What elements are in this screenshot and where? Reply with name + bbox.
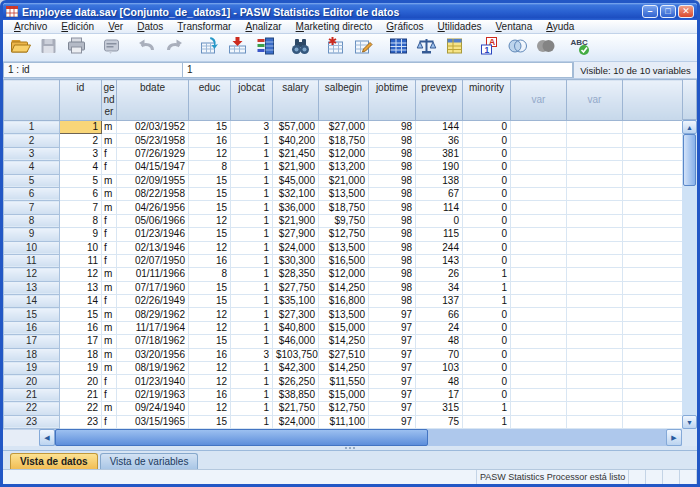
cell[interactable]: m (102, 348, 117, 361)
cell[interactable]: 08/19/1962 (117, 362, 189, 375)
cell[interactable]: 98 (369, 214, 416, 227)
cell[interactable] (511, 161, 567, 174)
maximize-button[interactable]: □ (660, 5, 676, 18)
cell[interactable]: 1 (231, 321, 273, 334)
cell[interactable]: $13,200 (319, 161, 369, 174)
cell[interactable] (567, 134, 623, 147)
cell[interactable]: 98 (369, 295, 416, 308)
cell[interactable]: 12 (189, 321, 231, 334)
cell[interactable]: 1 (463, 295, 511, 308)
cell[interactable]: $32,100 (273, 187, 319, 200)
cell[interactable]: 1 (463, 281, 511, 294)
variables-button[interactable] (251, 35, 279, 61)
cell[interactable]: 98 (369, 268, 416, 281)
cell[interactable]: 15 (60, 308, 102, 321)
cell[interactable]: 0 (463, 201, 511, 214)
cell[interactable]: 1 (231, 147, 273, 160)
cell[interactable] (567, 241, 623, 254)
show-all-variables-button[interactable] (531, 35, 559, 61)
menu-marketing-directo[interactable]: Marketing directo (289, 21, 380, 32)
cell[interactable] (511, 254, 567, 267)
cell[interactable]: $24,000 (273, 241, 319, 254)
cell[interactable] (567, 402, 623, 415)
cell[interactable]: 114 (416, 201, 463, 214)
cell[interactable]: 03/20/1956 (117, 348, 189, 361)
cell[interactable] (511, 335, 567, 348)
cell[interactable] (567, 362, 623, 375)
menu-edici-n[interactable]: Edición (54, 21, 101, 32)
scroll-up-arrow[interactable]: ▲ (682, 120, 697, 134)
row-header-10[interactable]: 10 (4, 241, 60, 254)
cell[interactable] (567, 321, 623, 334)
row-header-19[interactable]: 19 (4, 362, 60, 375)
redo-button[interactable] (160, 35, 188, 61)
cell[interactable]: 75 (416, 415, 463, 428)
cell[interactable]: f (102, 161, 117, 174)
cell[interactable]: 98 (369, 161, 416, 174)
cell[interactable] (567, 295, 623, 308)
row-header-18[interactable]: 18 (4, 348, 60, 361)
find-button[interactable] (286, 35, 314, 61)
cell[interactable]: $27,750 (273, 281, 319, 294)
cell[interactable]: 34 (416, 281, 463, 294)
menu-transformar[interactable]: Transformar (170, 21, 238, 32)
cell[interactable]: 1 (463, 268, 511, 281)
row-header-8[interactable]: 8 (4, 214, 60, 227)
cell[interactable] (511, 321, 567, 334)
cell[interactable]: 9 (60, 228, 102, 241)
cell[interactable]: 1 (231, 134, 273, 147)
cell[interactable]: 11/17/1964 (117, 321, 189, 334)
cell[interactable]: 13 (60, 281, 102, 294)
cell[interactable]: f (102, 147, 117, 160)
cell[interactable]: 18 (60, 348, 102, 361)
cell[interactable]: 7 (60, 201, 102, 214)
cell[interactable]: $12,750 (319, 228, 369, 241)
cell[interactable]: f (102, 295, 117, 308)
undo-button[interactable] (132, 35, 160, 61)
cell[interactable]: 02/13/1946 (117, 241, 189, 254)
menu-archivo[interactable]: Archivo (7, 21, 54, 32)
cell[interactable]: 5 (60, 174, 102, 187)
cell[interactable]: $16,500 (319, 254, 369, 267)
cell[interactable] (567, 335, 623, 348)
cell[interactable]: $27,300 (273, 308, 319, 321)
cell[interactable]: 1 (231, 375, 273, 388)
cell[interactable]: $21,750 (273, 402, 319, 415)
cell[interactable] (511, 134, 567, 147)
row-header-9[interactable]: 9 (4, 228, 60, 241)
cell[interactable]: 0 (463, 308, 511, 321)
scroll-left-arrow[interactable]: ◀ (39, 429, 55, 446)
cell[interactable]: m (102, 362, 117, 375)
row-header-20[interactable]: 20 (4, 375, 60, 388)
cell[interactable] (511, 308, 567, 321)
cell-editor[interactable]: 1 (183, 62, 573, 78)
cell[interactable]: 15 (189, 228, 231, 241)
cell[interactable]: $16,800 (319, 295, 369, 308)
cell[interactable]: 15 (189, 295, 231, 308)
open-data-button[interactable] (6, 35, 34, 61)
cell[interactable]: 10 (60, 241, 102, 254)
cell[interactable]: 1 (463, 402, 511, 415)
menu-ayuda[interactable]: Ayuda (539, 21, 581, 32)
cell[interactable]: 12 (189, 362, 231, 375)
menu-analizar[interactable]: Analizar (238, 21, 288, 32)
cell[interactable]: 8 (189, 161, 231, 174)
cell[interactable]: 1 (231, 174, 273, 187)
row-header-16[interactable]: 16 (4, 321, 60, 334)
cell[interactable]: 67 (416, 187, 463, 200)
cell[interactable] (511, 228, 567, 241)
cell[interactable]: 97 (369, 415, 416, 428)
cell[interactable]: 144 (416, 121, 463, 134)
row-header-14[interactable]: 14 (4, 295, 60, 308)
cell[interactable]: 1 (231, 335, 273, 348)
select-cases-button[interactable] (440, 35, 468, 61)
cell[interactable]: 1 (231, 281, 273, 294)
cell[interactable]: 97 (369, 348, 416, 361)
cell[interactable]: $18,750 (319, 134, 369, 147)
row-header-17[interactable]: 17 (4, 335, 60, 348)
cell[interactable] (511, 268, 567, 281)
cell[interactable]: 12 (60, 268, 102, 281)
horizontal-scrollbar[interactable]: ◀ ▶ (39, 429, 682, 446)
cell[interactable]: 70 (416, 348, 463, 361)
col-header-bdate[interactable]: bdate (117, 80, 189, 121)
